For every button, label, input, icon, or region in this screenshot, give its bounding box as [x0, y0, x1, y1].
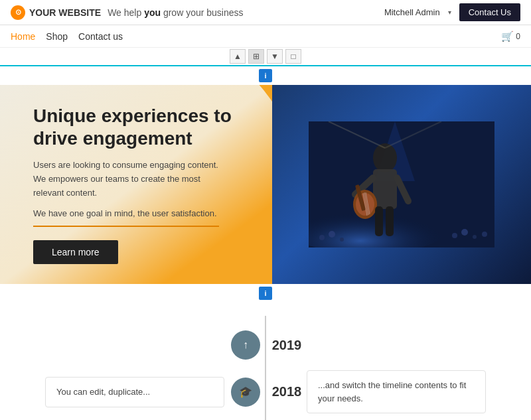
toolbar-grid-btn[interactable]: ⊞: [248, 49, 264, 64]
toolbar-down-btn[interactable]: ▼: [267, 49, 283, 64]
timeline-row-2018: You can edit, duplicate... 🎓 2018 ...and…: [0, 365, 531, 419]
svg-point-4: [340, 238, 344, 242]
timeline-content-right-2018: ...and switch the timeline contents to f…: [307, 370, 486, 413]
timeline-year-2019: 2019: [267, 338, 307, 353]
timeline-left-text-2018: You can edit, duplicate...: [56, 387, 150, 397]
header-left: ⊙ YOUR WEBSITE We help you grow your bus…: [11, 5, 244, 20]
hero-desc1: Users are looking to consume engaging co…: [33, 159, 219, 200]
svg-point-2: [319, 235, 325, 240]
svg-point-6: [461, 229, 468, 236]
nav-shop[interactable]: Shop: [46, 31, 68, 42]
header-right: Mitchell Admin ▾ Contact Us: [384, 3, 520, 21]
svg-point-3: [329, 231, 335, 238]
info-section-top: i: [0, 69, 531, 82]
timeline-year-2018: 2018: [267, 384, 307, 399]
tagline-rest: grow your business: [161, 7, 244, 18]
logo-icon: ⊙: [11, 5, 25, 20]
timeline-circle-2018: 🎓: [231, 378, 260, 407]
hero-title: Unique experiences to drive engagement: [33, 105, 252, 149]
info-button-top[interactable]: i: [259, 69, 272, 82]
tagline-plain: We help: [108, 7, 144, 18]
hero-image: [272, 85, 531, 284]
user-dropdown-arrow[interactable]: ▾: [448, 9, 451, 16]
svg-point-7: [473, 235, 477, 239]
hero-desc2: We have one goal in mind, the user satis…: [33, 207, 219, 228]
contact-us-button[interactable]: Contact Us: [459, 3, 520, 21]
svg-rect-21: [386, 206, 394, 236]
learn-more-button[interactable]: Learn more: [33, 240, 118, 264]
timeline-row-2019: ↑ 2019: [0, 322, 531, 365]
timeline-right-text-2018: ...and switch the timeline contents to f…: [318, 380, 466, 403]
tagline: We help you grow your business: [108, 7, 243, 18]
hero-section: Unique experiences to drive engagement U…: [0, 85, 531, 284]
timeline-section: ↑ 2019 You can edit, duplicate... 🎓 2018…: [0, 303, 531, 420]
logo[interactable]: ⊙ YOUR WEBSITE: [11, 5, 101, 20]
nav-bar: Home Shop Contact us 🛒 0: [0, 25, 531, 48]
timeline-circle-2019: ↑: [231, 330, 260, 360]
nav-home[interactable]: Home: [11, 31, 35, 42]
toolbar-bar: ▲ ⊞ ▼ □: [0, 48, 531, 66]
svg-point-5: [452, 233, 457, 238]
guitarist-illustration: [309, 121, 494, 247]
timeline-content-left-2018: You can edit, duplicate...: [45, 377, 224, 407]
toolbar-square-btn[interactable]: □: [285, 49, 301, 64]
info-button-bottom[interactable]: i: [259, 287, 272, 300]
tagline-bold: you: [144, 7, 161, 18]
svg-rect-20: [375, 206, 383, 236]
timeline-container: ↑ 2019 You can edit, duplicate... 🎓 2018…: [0, 316, 531, 420]
nav-contact[interactable]: Contact us: [78, 31, 123, 42]
header: ⊙ YOUR WEBSITE We help you grow your bus…: [0, 0, 531, 25]
nav-left: Home Shop Contact us: [11, 31, 123, 42]
cart-icon[interactable]: 🛒 0: [501, 31, 520, 42]
cart-count: 0: [516, 32, 520, 41]
toolbar-up-btn[interactable]: ▲: [230, 49, 246, 64]
info-section-bottom: i: [0, 287, 531, 300]
user-name: Mitchell Admin: [384, 7, 440, 17]
hero-text-area: Unique experiences to drive engagement U…: [0, 85, 272, 284]
logo-text: YOUR WEBSITE: [29, 7, 101, 18]
svg-point-8: [482, 232, 487, 237]
